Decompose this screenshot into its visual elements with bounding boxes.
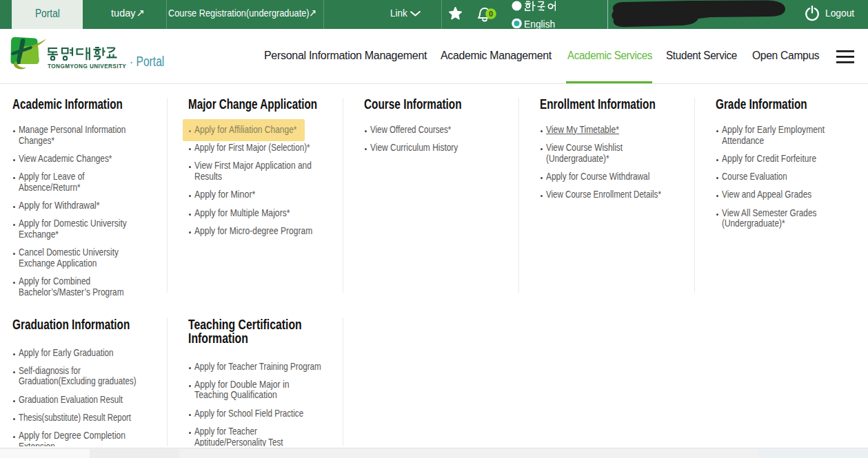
svg-text:0: 0 bbox=[488, 10, 492, 18]
